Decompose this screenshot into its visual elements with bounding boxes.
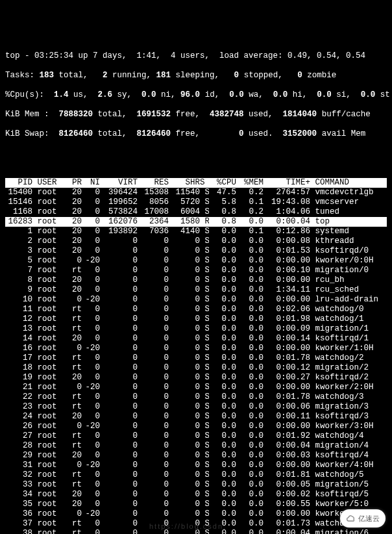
process-row[interactable]: 11 rootrt0000 S0.00.00:02.06 watchdog/0 — [5, 305, 387, 314]
cell-pr: 20 — [64, 207, 82, 217]
process-row[interactable]: 14 root200000 S0.00.00:00.14 ksoftirqd/1 — [5, 334, 387, 344]
cell-mem: 0.0 — [236, 422, 263, 431]
url-watermark: https://blog.csdn. — [149, 522, 227, 531]
cell-pr: 20 — [64, 188, 82, 197]
cell-time: 0:01.78 — [263, 353, 310, 363]
cell-pr: 0 — [64, 461, 82, 470]
cell-cpu: 0.0 — [209, 480, 236, 490]
cell-pr: 0 — [64, 295, 82, 305]
table-header[interactable]: PID USER PRNI VIRT RES SHRS %CPU %MEM TI… — [5, 178, 387, 188]
process-row[interactable]: 5 root0-20000 S0.00.00:00.00 kworker/0:0… — [5, 256, 387, 266]
cell-time: 0:02.06 — [263, 305, 310, 314]
cell-pr: 20 — [64, 275, 82, 285]
cell-cmd: ksoftirqd/1 — [310, 334, 387, 344]
process-row[interactable]: 15400 root2003964241530811540 S47.50.227… — [5, 188, 387, 197]
process-row[interactable]: 31 root0-20000 S0.00.00:00.00 kworker/4:… — [5, 461, 387, 470]
col-header[interactable]: SHR — [169, 178, 200, 188]
col-header[interactable]: PID — [5, 178, 32, 188]
cell-s: S — [200, 461, 209, 470]
cell-mem: 0.0 — [236, 256, 263, 266]
cell-s: S — [200, 451, 209, 461]
cell-user: root — [32, 392, 64, 402]
process-row[interactable]: 9 root200000 S0.00.01:34.11 rcu_sched — [5, 285, 387, 295]
cell-mem: 0.0 — [236, 500, 263, 509]
cell-ni: -20 — [82, 344, 100, 353]
process-row[interactable]: 24 root200000 S0.00.00:00.11 ksoftirqd/3 — [5, 412, 387, 422]
process-row[interactable]: 27 rootrt0000 S0.00.00:01.92 watchdog/4 — [5, 431, 387, 441]
col-header[interactable]: COMMAND — [310, 178, 387, 188]
cell-mem: 0.0 — [236, 383, 263, 392]
cell-cmd: ksoftirqd/3 — [310, 412, 387, 422]
cell-res: 0 — [138, 441, 169, 451]
col-header[interactable]: USER — [32, 178, 64, 188]
cell-time: 0:01.98 — [263, 314, 310, 324]
cell-pid: 21 — [5, 383, 32, 392]
col-header[interactable]: %MEM — [236, 178, 263, 188]
process-row[interactable]: 12 rootrt0000 S0.00.00:01.98 watchdog/1 — [5, 314, 387, 324]
cell-s: S — [200, 412, 209, 422]
cell-mem: 0.0 — [236, 334, 263, 344]
process-row[interactable]: 32 rootrt0000 S0.00.00:01.81 watchdog/5 — [5, 470, 387, 480]
process-row[interactable]: 15146 root20019965280565720 S5.80.119:43… — [5, 197, 387, 207]
cell-virt: 199652 — [100, 197, 138, 207]
cell-shr: 0 — [169, 305, 200, 314]
process-row[interactable]: 28 rootrt0000 S0.00.00:00.04 migration/4 — [5, 441, 387, 451]
process-row[interactable]: 7 rootrt0000 S0.00.00:00.10 migration/0 — [5, 266, 387, 275]
cell-user: root — [32, 451, 64, 461]
cpu-line: %Cpu(s): 1.4 us, 2.6 sy, 0.0 ni, 96.0 id… — [5, 90, 387, 100]
cell-res: 0 — [138, 266, 169, 275]
process-row[interactable]: 16 root0-20000 S0.00.00:00.00 kworker/1:… — [5, 344, 387, 353]
col-header[interactable]: RES — [138, 178, 169, 188]
process-row[interactable]: 3 root200000 S0.00.00:01.53 ksoftirqd/0 — [5, 246, 387, 256]
process-row[interactable]: 1 root20019389270364140 S0.00.10:12.86 s… — [5, 227, 387, 236]
cell-virt: 0 — [100, 412, 138, 422]
cell-pr: 20 — [64, 217, 82, 227]
col-header[interactable]: PR — [64, 178, 82, 188]
cell-cpu: 0.0 — [209, 451, 236, 461]
cell-pid: 31 — [5, 461, 32, 470]
process-row[interactable]: 19 root200000 S0.00.00:00.27 ksoftirqd/2 — [5, 373, 387, 383]
process-row[interactable]: 1168 root200573824170086004 S0.80.21:04.… — [5, 207, 387, 217]
col-header[interactable]: TIME+ — [263, 178, 310, 188]
process-row[interactable]: 21 root0-20000 S0.00.00:00.00 kworker/2:… — [5, 383, 387, 392]
process-row[interactable]: 36 root0-20000 S0.00.00:00.00 kworker/5:… — [5, 509, 387, 519]
process-row[interactable]: 29 root200000 S0.00.00:00.03 ksoftirqd/4 — [5, 451, 387, 461]
cell-pid: 27 — [5, 431, 32, 441]
col-header[interactable]: S — [200, 178, 209, 188]
process-table[interactable]: PID USER PRNI VIRT RES SHRS %CPU %MEM TI… — [5, 178, 387, 534]
process-row[interactable]: 34 root200000 S0.00.00:00.02 ksoftirqd/5 — [5, 490, 387, 500]
col-header[interactable]: NI — [82, 178, 100, 188]
cell-res: 0 — [138, 285, 169, 295]
cell-virt: 0 — [100, 519, 138, 529]
cell-ni: -20 — [82, 509, 100, 519]
process-row[interactable]: 13 rootrt0000 S0.00.00:00.09 migration/1 — [5, 324, 387, 334]
process-row[interactable]: 26 root0-20000 S0.00.00:00.00 kworker/3:… — [5, 422, 387, 431]
cell-pr: 20 — [64, 285, 82, 295]
cell-s: S — [200, 207, 209, 217]
process-row[interactable]: 23 rootrt0000 S0.00.00:00.06 migration/3 — [5, 402, 387, 412]
process-row[interactable]: 16283 root20016207623641580 R0.80.00:00.… — [5, 217, 387, 227]
process-row[interactable]: 35 root200000 S0.00.00:00.55 kworker/5:0 — [5, 500, 387, 509]
process-row[interactable]: 8 root200000 S0.00.00:00.00 rcu_bh — [5, 275, 387, 285]
process-row[interactable]: 18 rootrt0000 S0.00.00:00.12 migration/2 — [5, 363, 387, 373]
cell-pid: 23 — [5, 402, 32, 412]
cell-time: 0:01.53 — [263, 246, 310, 256]
cell-res: 0 — [138, 470, 169, 480]
cell-time: 0:00.14 — [263, 334, 310, 344]
process-row[interactable]: 22 rootrt0000 S0.00.00:01.78 watchdog/3 — [5, 392, 387, 402]
cell-virt: 0 — [100, 490, 138, 500]
cell-time: 0:00.11 — [263, 412, 310, 422]
process-row[interactable]: 17 rootrt0000 S0.00.00:01.78 watchdog/2 — [5, 353, 387, 363]
cell-cmd: watchdog/0 — [310, 305, 387, 314]
cell-cmd: systemd — [310, 227, 387, 236]
col-header[interactable]: VIRT — [100, 178, 138, 188]
cell-res: 2364 — [138, 217, 169, 227]
process-row[interactable]: 10 root0-20000 S0.00.00:00.00 lru-add-dr… — [5, 295, 387, 305]
cell-s: S — [200, 305, 209, 314]
process-row[interactable]: 2 root200000 S0.00.00:00.08 kthreadd — [5, 236, 387, 246]
col-header[interactable]: %CPU — [209, 178, 236, 188]
process-row[interactable]: 33 rootrt0000 S0.00.00:00.05 migration/5 — [5, 480, 387, 490]
cell-cpu: 0.0 — [209, 363, 236, 373]
cell-res: 0 — [138, 275, 169, 285]
cell-ni: 0 — [82, 412, 100, 422]
